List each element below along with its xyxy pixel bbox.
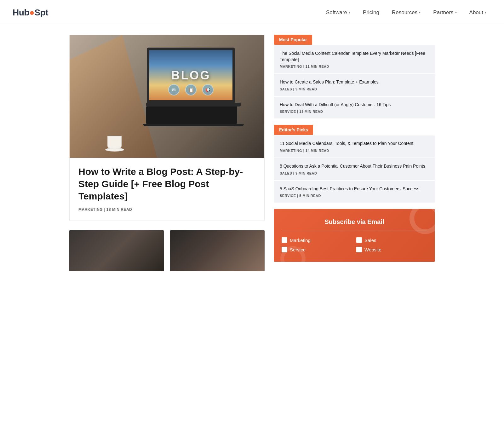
checkbox-marketing[interactable]: Marketing [282,237,352,243]
popular-article-1-title: The Social Media Content Calendar Templa… [280,50,429,63]
popular-article-2[interactable]: How to Create a Sales Plan: Template + E… [274,74,435,96]
logo-text: Hub●Spt [13,8,48,18]
checkbox-sales[interactable]: Sales [356,237,427,243]
nav-partners-label: Partners [433,9,453,16]
laptop-bottom [143,124,244,126]
small-article-1-image [69,230,164,271]
hero-title: How to Write a Blog Post: A Step-by-Step… [78,165,255,202]
picks-article-1-meta: MARKETING | 14 MIN READ [280,149,429,152]
chevron-down-icon: ▾ [419,11,421,14]
checkbox-marketing-box[interactable] [282,237,287,243]
popular-article-3-title: How to Deal With a Difficult (or Angry) … [280,102,429,108]
checkbox-marketing-label: Marketing [290,238,311,243]
nav-resources[interactable]: Resources ▾ [387,7,426,18]
hero-category: MARKETING [78,207,103,212]
most-popular-section: Most Popular The Social Media Content Ca… [274,35,435,118]
hero-article[interactable]: BLOG ✉ 📋 📢 How to Write a Blog Post: A S… [69,35,265,221]
laptop-base [146,103,241,106]
checkbox-website[interactable]: Website [356,247,427,252]
coffee-cup [107,136,122,148]
navigation: Hub●Spt Software ▾ Pricing Resources ▾ P… [0,0,504,25]
small-article-2[interactable] [170,230,265,271]
checkbox-website-label: Website [364,247,381,252]
megaphone-icon: 📢 [202,84,214,95]
popular-article-3[interactable]: How to Deal With a Difficult (or Angry) … [274,97,435,119]
small-article-1[interactable] [69,230,164,271]
logo[interactable]: Hub●Spt [13,8,48,18]
logo-dot: ● [29,8,34,17]
hero-meta: MARKETING | 18 MIN READ [78,207,255,212]
nav-software-label: Software [326,9,347,16]
editors-picks-section: Editor's Picks 11 Social Media Calendars… [274,125,435,203]
nav-about-label: About [469,9,483,16]
left-column: BLOG ✉ 📋 📢 How to Write a Blog Post: A S… [69,35,265,271]
picks-article-2-meta: SALES | 9 MIN READ [280,171,429,175]
right-sidebar: Most Popular The Social Media Content Ca… [274,35,435,271]
subscribe-divider [282,231,427,231]
nav-about[interactable]: About ▾ [464,7,491,18]
picks-article-1[interactable]: 11 Social Media Calendars, Tools, & Temp… [274,135,435,158]
chevron-down-icon: ▾ [349,11,350,14]
picks-article-2[interactable]: 8 Questions to Ask a Potential Customer … [274,158,435,180]
keyboard-area [146,106,237,124]
picks-article-3-meta: SERVICE | 5 MIN READ [280,194,429,198]
picks-article-3-title: 5 SaaS Onboarding Best Practices to Ensu… [280,186,429,192]
picks-article-3[interactable]: 5 SaaS Onboarding Best Practices to Ensu… [274,181,435,203]
editors-picks-badge: Editor's Picks [274,125,313,135]
nav-software[interactable]: Software ▾ [321,7,355,18]
document-icon: 📋 [185,84,197,95]
nav-partners[interactable]: Partners ▾ [428,7,461,18]
hero-body: How to Write a Blog Post: A Step-by-Step… [70,158,264,221]
nav-menu: Software ▾ Pricing Resources ▾ Partners … [321,7,491,18]
subscribe-box: Subscribe via Email Marketing Sales Serv… [274,209,435,262]
hero-image: BLOG ✉ 📋 📢 [70,35,264,158]
most-popular-badge: Most Popular [274,35,312,45]
main-content: BLOG ✉ 📋 📢 How to Write a Blog Post: A S… [63,25,441,281]
popular-article-2-meta: SALES | 9 MIN READ [280,87,429,91]
screen-icons: ✉ 📋 📢 [168,84,214,95]
checkbox-sales-label: Sales [364,238,376,243]
popular-article-1[interactable]: The Social Media Content Calendar Templa… [274,45,435,73]
popular-article-1-meta: MARKETING | 11 MIN READ [280,65,429,68]
laptop-illustration: BLOG ✉ 📋 📢 [147,48,248,126]
hero-read-time: 18 MIN READ [106,207,132,212]
nav-pricing-label: Pricing [363,9,379,16]
checkbox-sales-box[interactable] [356,237,362,243]
chevron-down-icon: ▾ [485,11,486,14]
blog-text: BLOG [171,68,211,82]
popular-article-3-meta: SERVICE | 13 MIN READ [280,110,429,113]
bottom-articles [69,230,265,271]
nav-resources-label: Resources [392,9,417,16]
popular-article-2-title: How to Create a Sales Plan: Template + E… [280,79,429,85]
email-icon: ✉ [168,84,180,95]
laptop-screen: BLOG ✉ 📋 📢 [147,48,235,103]
small-article-2-image [170,230,265,271]
subscribe-title: Subscribe via Email [282,218,427,226]
picks-article-1-title: 11 Social Media Calendars, Tools, & Temp… [280,141,429,147]
nav-pricing[interactable]: Pricing [358,7,384,18]
chevron-down-icon: ▾ [455,11,457,14]
meta-separator: | [104,207,106,212]
subscribe-decoration-1 [410,209,435,234]
subscribe-checkboxes: Marketing Sales Service Website [282,237,427,252]
picks-article-2-title: 8 Questions to Ask a Potential Customer … [280,163,429,170]
checkbox-website-box[interactable] [356,247,362,252]
